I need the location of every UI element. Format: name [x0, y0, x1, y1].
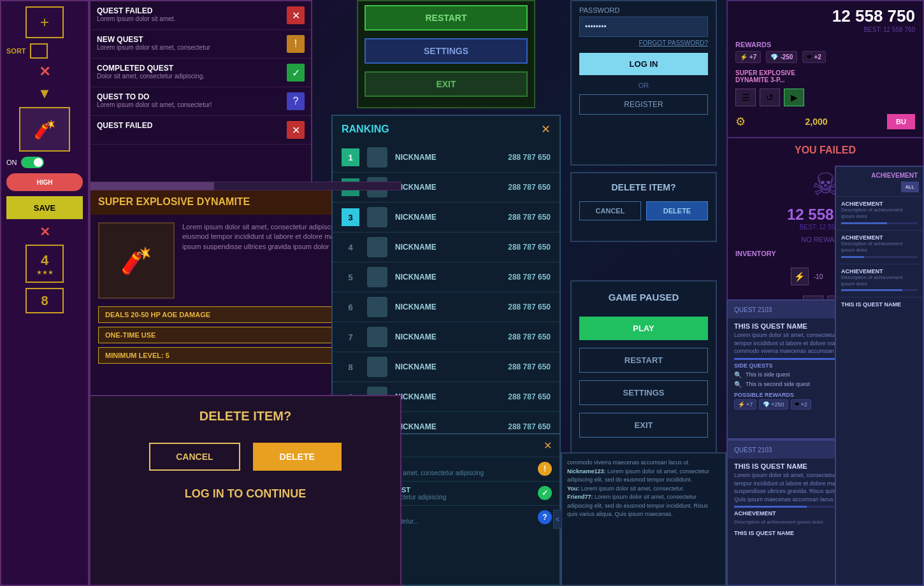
toggle-switch[interactable]: [21, 157, 44, 168]
side-quest-icon-2: 🔍: [734, 381, 742, 388]
close-sidebar-button[interactable]: ✕: [39, 64, 50, 80]
achievements-panel: ACHIEVEMENT ALL ACHIEVEMENT Description …: [835, 166, 924, 586]
chat-collapse-button[interactable]: <: [553, 510, 562, 529]
refresh-action-button[interactable]: ↺: [760, 89, 780, 106]
currency-value: 2,000: [805, 117, 828, 127]
level-number-2: 8: [41, 294, 48, 308]
achievement-item-desc-2: Description of achievement ipsum dolor: [841, 241, 918, 254]
quest-item-text: QUEST TO DO Lorem ipsum dolor sit amet, …: [97, 92, 282, 108]
rank-row-5[interactable]: 5 NICKNAME 288 787 650: [333, 262, 559, 292]
achievement-item-3: ACHIEVEMENT Description of achievement i…: [836, 264, 923, 297]
quests-close-button[interactable]: ✕: [544, 440, 552, 452]
rank-avatar-3: [367, 207, 387, 227]
quest-list-icon-todo: ?: [538, 510, 552, 524]
achievement-item-desc-3: Description of achievement ipsum dolor: [841, 275, 918, 288]
login-button[interactable]: LOG IN: [579, 53, 708, 75]
rank-row-3[interactable]: 3 NICKNAME 288 787 650: [333, 203, 559, 232]
settings-button[interactable]: SETTINGS: [365, 38, 528, 64]
password-input[interactable]: [579, 17, 708, 37]
add-quest-button[interactable]: +: [25, 6, 64, 38]
quest-item-failed-1[interactable]: QUEST FAILED Lorem ipsum dolor sit amet.…: [90, 1, 311, 30]
list-action-button[interactable]: ☰: [735, 89, 756, 106]
score-rewards-panel: 12 558 750 BEST: 12 558 760 REWARDS ⚡ +7…: [726, 0, 924, 146]
quest-item-text: QUEST FAILED Lorem ipsum dolor sit amet.: [97, 6, 282, 22]
quest-icon-complete: ✓: [287, 64, 305, 82]
cancel-delete-button[interactable]: CANCEL: [579, 201, 641, 220]
achievements-title: ACHIEVEMENT: [836, 167, 923, 182]
quest-item-text: NEW QUEST Lorem ipsum dolor sit amet, co…: [97, 35, 282, 51]
register-button[interactable]: REGISTER: [579, 94, 708, 115]
inv-item-icon-1: ⚡: [791, 268, 809, 285]
play-button[interactable]: PLAY: [579, 317, 708, 340]
item-card[interactable]: 🧨: [19, 107, 70, 152]
inv-item-val-1: -10: [814, 273, 823, 280]
chat-message-2: You: Lorem ipsum dolor sit amet, consect…: [567, 485, 720, 494]
delete-button-left[interactable]: DELETE: [253, 443, 342, 471]
achievement-filter-all[interactable]: ALL: [901, 182, 919, 192]
rank-name-5: NICKNAME: [395, 273, 500, 282]
rank-number-1: 1: [342, 148, 359, 166]
play-action-button[interactable]: ▶: [784, 89, 804, 106]
rank-row-8[interactable]: 8 NICKNAME 288 787 650: [333, 352, 559, 382]
ranking-header: RANKING ✕: [333, 116, 559, 143]
rank-score-5: 288 787 650: [508, 273, 551, 282]
delete-confirm-button[interactable]: DELETE: [646, 201, 708, 220]
settings-paused-button[interactable]: SETTINGS: [579, 380, 708, 405]
rank-score-4: 288 787 650: [508, 243, 551, 252]
cancel-button-left[interactable]: CANCEL: [149, 443, 240, 471]
buy-button[interactable]: BU: [887, 114, 915, 129]
side-quest-icon-1: 🔍: [734, 371, 742, 378]
reward-chip-c: ❤ +2: [791, 399, 811, 410]
rank-score-6: 288 787 650: [508, 303, 551, 311]
rank-score-10: 288 787 650: [508, 422, 551, 431]
achievement-item-2: ACHIEVEMENT Description of achievement i…: [836, 230, 923, 264]
save-button[interactable]: SAVE: [6, 196, 83, 219]
achievement-item-title-3: ACHIEVEMENT: [841, 268, 918, 275]
forgot-password-link[interactable]: FORGOT PASSWORD?: [572, 37, 716, 49]
rank-name-10: NICKNAME: [395, 422, 500, 431]
exit-button[interactable]: EXIT: [365, 71, 528, 97]
rank-name-2: NICKNAME: [395, 183, 500, 192]
rank-row-7[interactable]: 7 NICKNAME 288 787 650: [333, 322, 559, 352]
rank-row-6[interactable]: 6 NICKNAME 288 787 650: [333, 292, 559, 322]
rank-score-7: 288 787 650: [508, 332, 551, 341]
chat-message-0: commodo viverra maecenas accumsan lacus …: [567, 459, 720, 468]
restart-button[interactable]: RESTART: [365, 5, 528, 31]
exit-paused-button[interactable]: EXIT: [579, 413, 708, 438]
side-quest-text-1: This is side quest: [746, 371, 790, 378]
rank-score-1: 288 787 650: [508, 153, 551, 162]
delete-dialog-header-left: DELETE ITEM?: [90, 396, 400, 436]
rank-row-1[interactable]: 1 NICKNAME 288 787 650: [333, 143, 559, 173]
rank-row-4[interactable]: 4 NICKNAME 288 787 650: [333, 232, 559, 262]
ranking-close-button[interactable]: ✕: [541, 122, 551, 136]
reward-chip-icon-c: ❤: [795, 401, 800, 408]
quest-item-desc: Lorem ipsum dolor sit amet.: [97, 15, 282, 22]
inv-item-1: ⚡ -10: [783, 265, 830, 288]
restart-paused-button[interactable]: RESTART: [579, 348, 708, 373]
game-paused-panel: GAME PAUSED PLAY RESTART SETTINGS EXIT: [570, 280, 717, 459]
quest-item-new[interactable]: NEW QUEST Lorem ipsum dolor sit amet, co…: [90, 30, 311, 59]
delete-dialog-title-left: DELETE ITEM?: [199, 409, 291, 423]
quest-item-title: QUEST TO DO: [97, 92, 282, 101]
login-panel: PASSWORD FORGOT PASSWORD? LOG IN OR REGI…: [570, 0, 717, 166]
delete-dialog-buttons: CANCEL DELETE: [572, 201, 716, 228]
game-paused-title: GAME PAUSED: [572, 282, 716, 313]
high-button[interactable]: HIGH: [6, 173, 83, 191]
level-badge: 4 ★★★: [25, 245, 64, 283]
quest-item-title: QUEST FAILED: [97, 6, 282, 15]
rank-avatar-6: [367, 297, 387, 317]
rank-name-7: NICKNAME: [395, 332, 500, 341]
quest-item-complete[interactable]: COMPLETED QUEST Dolor sit amet, consecte…: [90, 59, 311, 87]
achievement-item-title-2: ACHIEVEMENT: [841, 234, 918, 241]
sort-grid-button[interactable]: [30, 43, 48, 59]
ranking-panel: RANKING ✕ 1 NICKNAME 288 787 650 2 NICKN…: [331, 115, 561, 440]
expand-sidebar-button[interactable]: ▼: [38, 85, 52, 102]
item-name-tag: SUPER EXPLOSIVEDYNAMITE 3-P...: [728, 68, 923, 85]
rank-name-8: NICKNAME: [395, 362, 500, 371]
remove-button[interactable]: ✕: [40, 224, 50, 239]
log-in-text: LOG IN TO CONTINUE: [90, 477, 400, 511]
quest-item-failed-2[interactable]: QUEST FAILED ✕: [90, 116, 311, 145]
quest-item-title: QUEST FAILED: [97, 121, 282, 130]
quest-item-todo[interactable]: QUEST TO DO Lorem ipsum dolor sit amet, …: [90, 87, 311, 116]
score-display: 12 558 750 BEST: 12 558 760: [728, 1, 923, 38]
